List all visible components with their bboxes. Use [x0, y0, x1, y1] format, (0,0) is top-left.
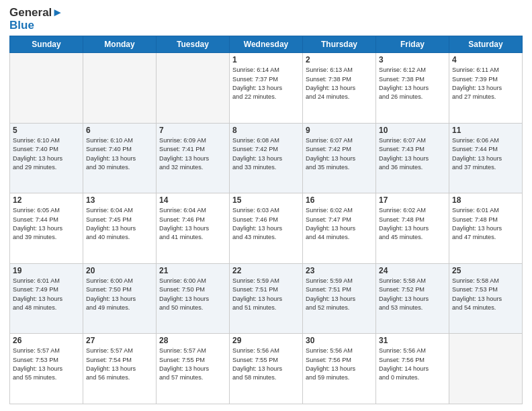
page: General► Blue SundayMondayTuesdayWednesd… — [0, 0, 532, 411]
day-info: Sunrise: 6:05 AM Sunset: 7:44 PM Dayligh… — [13, 206, 80, 242]
day-info: Sunrise: 6:07 AM Sunset: 7:42 PM Dayligh… — [306, 136, 373, 172]
calendar-cell: 5Sunrise: 6:10 AM Sunset: 7:40 PM Daylig… — [10, 123, 83, 193]
day-info: Sunrise: 5:59 AM Sunset: 7:51 PM Dayligh… — [232, 277, 300, 312]
calendar-cell: 7Sunrise: 6:09 AM Sunset: 7:41 PM Daylig… — [157, 123, 230, 193]
header: General► Blue — [9, 7, 523, 32]
calendar-cell: 18Sunrise: 6:01 AM Sunset: 7:48 PM Dayli… — [449, 193, 523, 264]
calendar-cell: 30Sunrise: 5:56 AM Sunset: 7:56 PM Dayli… — [303, 334, 376, 404]
calendar-cell — [157, 53, 230, 124]
day-info: Sunrise: 5:56 AM Sunset: 7:56 PM Dayligh… — [379, 347, 446, 382]
day-info: Sunrise: 6:10 AM Sunset: 7:40 PM Dayligh… — [86, 136, 153, 172]
calendar-cell: 2Sunrise: 6:13 AM Sunset: 7:38 PM Daylig… — [303, 53, 376, 124]
calendar-cell: 17Sunrise: 6:02 AM Sunset: 7:48 PM Dayli… — [376, 193, 449, 264]
day-info: Sunrise: 6:08 AM Sunset: 7:42 PM Dayligh… — [232, 136, 300, 172]
calendar-cell: 1Sunrise: 6:14 AM Sunset: 7:37 PM Daylig… — [230, 53, 303, 124]
day-number: 29 — [232, 336, 300, 345]
day-info: Sunrise: 6:11 AM Sunset: 7:39 PM Dayligh… — [452, 66, 519, 101]
day-number: 4 — [452, 55, 519, 64]
day-info: Sunrise: 5:57 AM Sunset: 7:54 PM Dayligh… — [86, 347, 153, 382]
weekday-header-row: SundayMondayTuesdayWednesdayThursdayFrid… — [10, 36, 523, 53]
calendar-week-row: 1Sunrise: 6:14 AM Sunset: 7:37 PM Daylig… — [10, 53, 523, 124]
calendar-cell: 11Sunrise: 6:06 AM Sunset: 7:44 PM Dayli… — [449, 123, 523, 193]
weekday-header-wednesday: Wednesday — [230, 36, 303, 53]
day-info: Sunrise: 6:03 AM Sunset: 7:46 PM Dayligh… — [232, 206, 300, 242]
day-info: Sunrise: 5:59 AM Sunset: 7:51 PM Dayligh… — [306, 277, 373, 312]
day-number: 10 — [379, 126, 446, 135]
day-info: Sunrise: 6:09 AM Sunset: 7:41 PM Dayligh… — [159, 136, 226, 172]
weekday-header-sunday: Sunday — [10, 36, 83, 53]
day-info: Sunrise: 5:56 AM Sunset: 7:55 PM Dayligh… — [232, 347, 300, 382]
day-number: 27 — [86, 336, 153, 345]
day-number: 18 — [452, 195, 519, 205]
day-number: 24 — [379, 266, 446, 275]
day-info: Sunrise: 6:04 AM Sunset: 7:46 PM Dayligh… — [159, 206, 226, 242]
day-info: Sunrise: 6:00 AM Sunset: 7:50 PM Dayligh… — [86, 277, 153, 312]
day-info: Sunrise: 6:00 AM Sunset: 7:50 PM Dayligh… — [159, 277, 226, 312]
day-number: 15 — [232, 195, 300, 205]
day-info: Sunrise: 6:14 AM Sunset: 7:37 PM Dayligh… — [232, 66, 300, 101]
calendar-cell: 3Sunrise: 6:12 AM Sunset: 7:38 PM Daylig… — [376, 53, 449, 124]
calendar-cell: 8Sunrise: 6:08 AM Sunset: 7:42 PM Daylig… — [230, 123, 303, 193]
weekday-header-monday: Monday — [83, 36, 157, 53]
day-info: Sunrise: 6:12 AM Sunset: 7:38 PM Dayligh… — [379, 66, 446, 101]
day-number: 23 — [306, 266, 373, 275]
calendar-week-row: 19Sunrise: 6:01 AM Sunset: 7:49 PM Dayli… — [10, 263, 523, 334]
calendar-cell: 6Sunrise: 6:10 AM Sunset: 7:40 PM Daylig… — [83, 123, 157, 193]
calendar-cell: 4Sunrise: 6:11 AM Sunset: 7:39 PM Daylig… — [449, 53, 523, 124]
calendar-cell — [449, 334, 523, 404]
day-info: Sunrise: 6:02 AM Sunset: 7:47 PM Dayligh… — [306, 206, 373, 242]
day-number: 21 — [159, 266, 226, 275]
day-info: Sunrise: 6:13 AM Sunset: 7:38 PM Dayligh… — [306, 66, 373, 101]
calendar-cell: 26Sunrise: 5:57 AM Sunset: 7:53 PM Dayli… — [10, 334, 83, 404]
calendar-cell: 12Sunrise: 6:05 AM Sunset: 7:44 PM Dayli… — [10, 193, 83, 264]
day-info: Sunrise: 5:56 AM Sunset: 7:56 PM Dayligh… — [306, 347, 373, 382]
calendar-table: SundayMondayTuesdayWednesdayThursdayFrid… — [9, 36, 523, 404]
day-number: 30 — [306, 336, 373, 345]
day-info: Sunrise: 5:57 AM Sunset: 7:55 PM Dayligh… — [159, 347, 226, 382]
day-info: Sunrise: 6:01 AM Sunset: 7:48 PM Dayligh… — [452, 206, 519, 242]
calendar-cell: 9Sunrise: 6:07 AM Sunset: 7:42 PM Daylig… — [303, 123, 376, 193]
day-number: 19 — [13, 266, 80, 275]
calendar-cell: 28Sunrise: 5:57 AM Sunset: 7:55 PM Dayli… — [157, 334, 230, 404]
day-info: Sunrise: 6:04 AM Sunset: 7:45 PM Dayligh… — [86, 206, 153, 242]
weekday-header-thursday: Thursday — [303, 36, 376, 53]
day-number: 2 — [306, 55, 373, 64]
weekday-header-saturday: Saturday — [449, 36, 523, 53]
calendar-cell: 31Sunrise: 5:56 AM Sunset: 7:56 PM Dayli… — [376, 334, 449, 404]
day-number: 14 — [159, 195, 226, 205]
calendar-cell: 27Sunrise: 5:57 AM Sunset: 7:54 PM Dayli… — [83, 334, 157, 404]
calendar-cell: 25Sunrise: 5:58 AM Sunset: 7:53 PM Dayli… — [449, 263, 523, 334]
day-info: Sunrise: 6:01 AM Sunset: 7:49 PM Dayligh… — [13, 277, 80, 312]
calendar-cell: 22Sunrise: 5:59 AM Sunset: 7:51 PM Dayli… — [230, 263, 303, 334]
logo-text: General► Blue — [9, 7, 63, 32]
calendar-cell: 16Sunrise: 6:02 AM Sunset: 7:47 PM Dayli… — [303, 193, 376, 264]
calendar-cell: 14Sunrise: 6:04 AM Sunset: 7:46 PM Dayli… — [157, 193, 230, 264]
day-number: 28 — [159, 336, 226, 345]
day-info: Sunrise: 6:10 AM Sunset: 7:40 PM Dayligh… — [13, 136, 80, 172]
day-info: Sunrise: 5:58 AM Sunset: 7:53 PM Dayligh… — [452, 277, 519, 312]
day-number: 9 — [306, 126, 373, 135]
calendar-week-row: 5Sunrise: 6:10 AM Sunset: 7:40 PM Daylig… — [10, 123, 523, 193]
day-number: 1 — [232, 55, 300, 64]
day-number: 8 — [232, 126, 300, 135]
calendar-cell: 15Sunrise: 6:03 AM Sunset: 7:46 PM Dayli… — [230, 193, 303, 264]
day-number: 26 — [13, 336, 80, 345]
day-info: Sunrise: 5:58 AM Sunset: 7:52 PM Dayligh… — [379, 277, 446, 312]
day-number: 5 — [13, 126, 80, 135]
calendar-cell: 20Sunrise: 6:00 AM Sunset: 7:50 PM Dayli… — [83, 263, 157, 334]
day-number: 7 — [159, 126, 226, 135]
calendar-cell: 21Sunrise: 6:00 AM Sunset: 7:50 PM Dayli… — [157, 263, 230, 334]
calendar-cell: 23Sunrise: 5:59 AM Sunset: 7:51 PM Dayli… — [303, 263, 376, 334]
day-number: 17 — [379, 195, 446, 205]
day-info: Sunrise: 5:57 AM Sunset: 7:53 PM Dayligh… — [13, 347, 80, 382]
weekday-header-friday: Friday — [376, 36, 449, 53]
calendar-cell: 29Sunrise: 5:56 AM Sunset: 7:55 PM Dayli… — [230, 334, 303, 404]
day-number: 25 — [452, 266, 519, 275]
day-info: Sunrise: 6:06 AM Sunset: 7:44 PM Dayligh… — [452, 136, 519, 172]
day-number: 6 — [86, 126, 153, 135]
day-number: 11 — [452, 126, 519, 135]
calendar-week-row: 12Sunrise: 6:05 AM Sunset: 7:44 PM Dayli… — [10, 193, 523, 264]
day-number: 22 — [232, 266, 300, 275]
calendar-cell: 13Sunrise: 6:04 AM Sunset: 7:45 PM Dayli… — [83, 193, 157, 264]
weekday-header-tuesday: Tuesday — [157, 36, 230, 53]
